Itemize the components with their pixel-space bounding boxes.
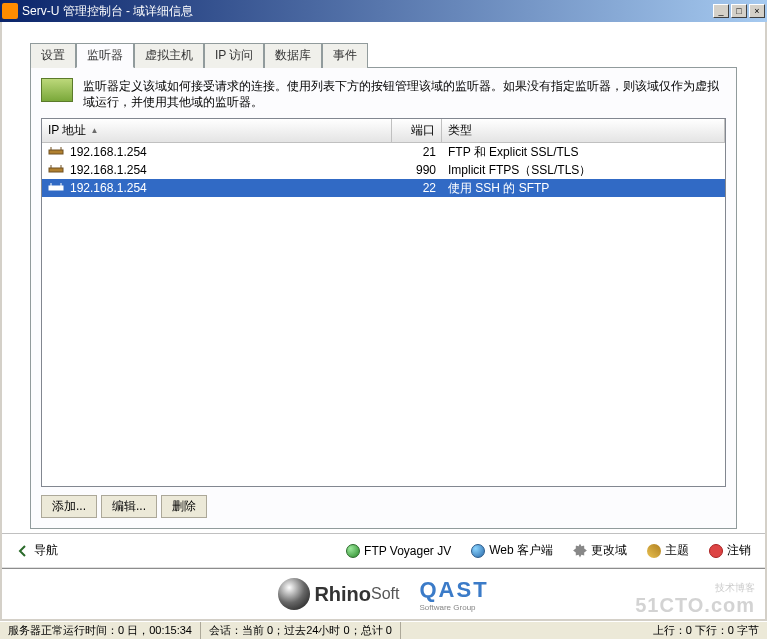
ftp-voyager-button[interactable]: FTP Voyager JV (340, 542, 457, 560)
web-client-button[interactable]: Web 客户端 (465, 540, 559, 561)
tab-events[interactable]: 事件 (322, 43, 368, 68)
listener-icon (48, 146, 64, 158)
svg-rect-6 (49, 186, 63, 190)
rhino-text: Rhino (314, 583, 371, 606)
listener-type: 使用 SSH 的 SFTP (442, 180, 725, 197)
listview-body: 192.168.1.25421FTP 和 Explicit SSL/TLS192… (42, 143, 725, 486)
listener-port: 990 (392, 163, 442, 177)
tab-database[interactable]: 数据库 (264, 43, 322, 68)
listener-type: FTP 和 Explicit SSL/TLS (442, 144, 725, 161)
watermark-sub: 技术博客 (715, 581, 755, 595)
logout-label: 注销 (727, 542, 751, 559)
qast-logo: QAST Software Group (420, 577, 489, 612)
tab-vhosts[interactable]: 虚拟主机 (134, 43, 204, 68)
change-domain-label: 更改域 (591, 542, 627, 559)
minimize-button[interactable]: _ (713, 4, 729, 18)
qast-text: QAST (420, 577, 489, 603)
watermark: 51CTO.com (635, 594, 755, 617)
web-client-label: Web 客户端 (489, 542, 553, 559)
logout-button[interactable]: 注销 (703, 540, 757, 561)
tab-strip: 设置 监听器 虚拟主机 IP 访问 数据库 事件 (30, 43, 737, 68)
tab-listeners[interactable]: 监听器 (76, 43, 134, 68)
status-sessions: 会话：当前 0；过去24小时 0；总计 0 (201, 622, 401, 639)
info-row: 监听器定义该域如何接受请求的连接。使用列表下方的按钮管理该域的监听器。如果没有指… (41, 78, 726, 110)
sort-ascending-icon: ▲ (90, 126, 98, 135)
rhinosoft-logo: RhinoSoft (278, 578, 399, 610)
back-arrow-icon (16, 544, 30, 558)
soft-text: Soft (371, 585, 399, 603)
listview-header: IP 地址 ▲ 端口 类型 (42, 119, 725, 143)
change-domain-button[interactable]: 更改域 (567, 540, 633, 561)
nav-button[interactable]: 导航 (10, 540, 64, 561)
window-body: 设置 监听器 虚拟主机 IP 访问 数据库 事件 监听器定义该域如何接受请求的连… (0, 22, 767, 621)
listener-row[interactable]: 192.168.1.25421FTP 和 Explicit SSL/TLS (42, 143, 725, 161)
close-button[interactable]: × (749, 4, 765, 18)
listener-row[interactable]: 192.168.1.25422使用 SSH 的 SFTP (42, 179, 725, 197)
content-area: 设置 监听器 虚拟主机 IP 访问 数据库 事件 监听器定义该域如何接受请求的连… (2, 22, 765, 533)
title-bar: Serv-U 管理控制台 - 域详细信息 _ □ × (0, 0, 767, 22)
status-traffic: 上行：0 下行：0 字节 (645, 622, 767, 639)
listener-ip: 192.168.1.254 (70, 163, 147, 177)
listener-ip: 192.168.1.254 (70, 145, 147, 159)
listener-row[interactable]: 192.168.1.254990Implicit FTPS（SSL/TLS） (42, 161, 725, 179)
wand-icon (647, 544, 661, 558)
listeners-listview[interactable]: IP 地址 ▲ 端口 类型 192.168.1.25421FTP 和 Expli… (41, 118, 726, 487)
svg-rect-3 (49, 168, 63, 172)
qast-subtitle: Software Group (420, 603, 476, 612)
logout-icon (709, 544, 723, 558)
listener-type: Implicit FTPS（SSL/TLS） (442, 162, 725, 179)
window-buttons: _ □ × (713, 4, 765, 18)
listener-port: 21 (392, 145, 442, 159)
svg-rect-0 (49, 150, 63, 154)
listener-ip: 192.168.1.254 (70, 181, 147, 195)
column-header-ip[interactable]: IP 地址 ▲ (42, 119, 392, 142)
column-header-port[interactable]: 端口 (392, 119, 442, 142)
sphere-icon (278, 578, 310, 610)
tab-ipaccess[interactable]: IP 访问 (204, 43, 264, 68)
network-card-icon (41, 78, 73, 102)
maximize-button[interactable]: □ (731, 4, 747, 18)
column-header-ip-label: IP 地址 (48, 122, 86, 139)
add-button[interactable]: 添加... (41, 495, 97, 518)
tab-panel-listeners: 监听器定义该域如何接受请求的连接。使用列表下方的按钮管理该域的监听器。如果没有指… (30, 67, 737, 529)
window-title: Serv-U 管理控制台 - 域详细信息 (22, 3, 713, 20)
theme-label: 主题 (665, 542, 689, 559)
button-row: 添加... 编辑... 删除 (41, 495, 726, 518)
listener-port: 22 (392, 181, 442, 195)
theme-button[interactable]: 主题 (641, 540, 695, 561)
status-uptime: 服务器正常运行时间：0 日，00:15:34 (0, 622, 201, 639)
status-bar: 服务器正常运行时间：0 日，00:15:34 会话：当前 0；过去24小时 0；… (0, 621, 767, 639)
globe-icon (346, 544, 360, 558)
listener-icon (48, 182, 64, 194)
info-text: 监听器定义该域如何接受请求的连接。使用列表下方的按钮管理该域的监听器。如果没有指… (83, 78, 726, 110)
web-icon (471, 544, 485, 558)
bottom-toolbar: 导航 FTP Voyager JV Web 客户端 更改域 主题 注销 (2, 533, 765, 567)
column-header-type[interactable]: 类型 (442, 119, 725, 142)
edit-button[interactable]: 编辑... (101, 495, 157, 518)
nav-label: 导航 (34, 542, 58, 559)
app-icon (2, 3, 18, 19)
tab-settings[interactable]: 设置 (30, 43, 76, 68)
delete-button[interactable]: 删除 (161, 495, 207, 518)
listener-icon (48, 164, 64, 176)
gear-icon (573, 544, 587, 558)
ftp-voyager-label: FTP Voyager JV (364, 544, 451, 558)
logo-strip: RhinoSoft QAST Software Group 技术博客 51CTO… (2, 567, 765, 619)
